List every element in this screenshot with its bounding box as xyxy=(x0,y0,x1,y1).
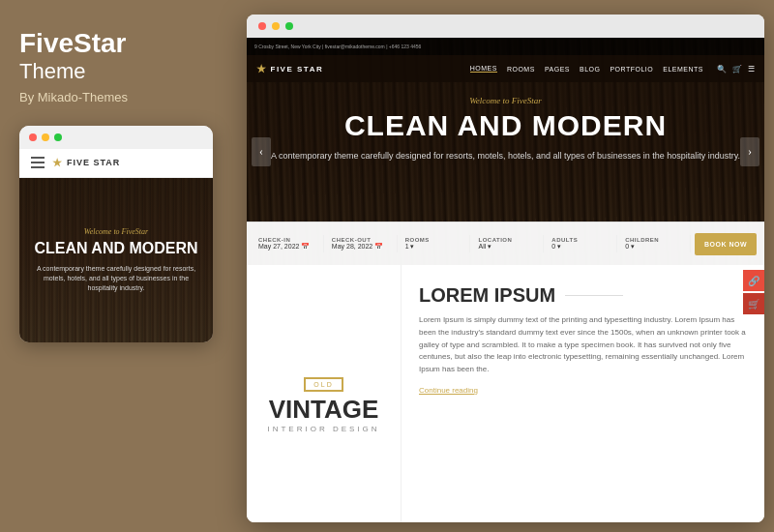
vintage-title: VINTAGE xyxy=(269,397,379,422)
browser-dot-green xyxy=(285,22,293,30)
left-panel: FiveStar Theme By Mikado-Themes ★ FIVE S… xyxy=(0,0,237,532)
booking-location: LOCATION All ▾ xyxy=(474,235,544,252)
nav-item-portfolio[interactable]: PORTFOLIO xyxy=(610,66,653,73)
mobile-nav: ★ FIVE STAR xyxy=(19,149,213,178)
mobile-browser-bar xyxy=(19,126,213,149)
checkout-value: May 28, 2022 📅 xyxy=(332,243,393,251)
vintage-badge: OLD xyxy=(304,377,342,392)
side-icons: 🔗 🛒 xyxy=(743,270,764,314)
brand-name: FiveStar xyxy=(19,29,127,59)
mobile-preview: ★ FIVE STAR Welcome to FiveStar CLEAN AN… xyxy=(19,126,213,342)
hamburger-icon[interactable] xyxy=(31,157,45,168)
brand-author: By Mikado-Themes xyxy=(19,90,128,104)
dot-yellow xyxy=(42,133,49,141)
desktop-browser-bar xyxy=(247,15,764,38)
checkin-value: May 27, 2022 📅 xyxy=(258,243,319,251)
desktop-main-nav: ★ FIVE STAR HOMES ROOMS PAGES BLOG PORTF… xyxy=(247,55,764,82)
desktop-preview: 9 Crosby Street, New York City | fivesta… xyxy=(247,15,764,522)
side-share-icon[interactable]: 🔗 xyxy=(743,270,764,291)
desktop-welcome-text: Welcome to FiveStar xyxy=(266,96,745,105)
location-value: All ▾ xyxy=(478,243,539,251)
mobile-description: A contemporary theme carefully designed … xyxy=(29,264,203,292)
booking-rooms: ROOMS 1 ▾ xyxy=(402,235,471,252)
side-cart-icon[interactable]: 🛒 xyxy=(743,293,764,314)
mobile-welcome-text: Welcome to FiveStar xyxy=(84,227,148,236)
desktop-star-icon: ★ xyxy=(256,63,268,75)
booking-adults: ADULTS 0 ▾ xyxy=(548,235,617,252)
dot-green xyxy=(54,133,62,141)
browser-dot-yellow xyxy=(272,22,280,30)
desktop-logo: ★ FIVE STAR xyxy=(256,63,466,75)
content-section: LOREM IPSUM Lorem Ipsum is simply dummy … xyxy=(402,265,764,522)
nav-item-rooms[interactable]: ROOMS xyxy=(507,66,535,73)
search-icon[interactable]: 🔍 xyxy=(717,65,727,74)
desktop-hero-section: 9 Crosby Street, New York City | fivesta… xyxy=(247,38,764,265)
mobile-hero: Welcome to FiveStar CLEAN AND MODERN A c… xyxy=(19,178,213,342)
nav-item-pages[interactable]: PAGES xyxy=(545,66,570,73)
booking-checkout: CHECK-OUT May 28, 2022 📅 xyxy=(328,235,398,252)
nav-item-blog[interactable]: BLOG xyxy=(580,66,600,73)
booking-bar: CHECK-IN May 27, 2022 📅 CHECK-OUT May 28… xyxy=(247,222,764,265)
booking-checkin: CHECK-IN May 27, 2022 📅 xyxy=(254,235,324,252)
dot-red xyxy=(29,133,37,141)
desktop-bottom-section: OLD VINTAGE INTERIOR DESIGN LOREM IPSUM … xyxy=(247,265,764,522)
desktop-top-nav: 9 Crosby Street, New York City | fivesta… xyxy=(247,38,764,55)
desktop-subtext: A contemporary theme carefully designed … xyxy=(266,150,745,163)
menu-icon[interactable]: ☰ xyxy=(748,65,755,74)
cart-icon[interactable]: 🛒 xyxy=(732,65,742,74)
top-bar-text: 9 Crosby Street, New York City | fivesta… xyxy=(254,44,421,49)
nav-item-elements[interactable]: ELEMENTS xyxy=(663,66,703,73)
desktop-hero-content: Welcome to FiveStar CLEAN AND MODERN A c… xyxy=(247,96,764,163)
booking-children: CHILDREN 0 ▾ xyxy=(621,235,691,252)
rooms-value: 1 ▾ xyxy=(405,243,466,251)
carousel-arrow-left[interactable]: ‹ xyxy=(252,137,271,166)
browser-dot-red xyxy=(258,22,266,30)
content-title: LOREM IPSUM xyxy=(419,284,747,307)
vintage-section: OLD VINTAGE INTERIOR DESIGN xyxy=(247,265,402,522)
continue-reading-link[interactable]: Continue reading xyxy=(419,386,747,395)
content-text: Lorem Ipsum is simply dummy text of the … xyxy=(419,314,747,376)
carousel-arrow-right[interactable]: › xyxy=(740,137,759,166)
nav-items: HOMES ROOMS PAGES BLOG PORTFOLIO ELEMENT… xyxy=(470,65,703,73)
mobile-logo: ★ FIVE STAR xyxy=(52,157,120,169)
brand-subtitle: Theme xyxy=(19,59,85,84)
mobile-logo-text: FIVE STAR xyxy=(67,158,120,167)
vintage-subtitle: INTERIOR DESIGN xyxy=(267,425,379,433)
title-line xyxy=(565,295,623,296)
nav-item-homes[interactable]: HOMES xyxy=(470,65,497,73)
desktop-logo-text: FIVE STAR xyxy=(271,65,324,74)
desktop-headline: CLEAN AND MODERN xyxy=(266,111,745,140)
children-value: 0 ▾ xyxy=(625,243,686,251)
nav-icons: 🔍 🛒 ☰ xyxy=(717,65,755,74)
book-now-button[interactable]: BOOK NOW xyxy=(695,233,757,255)
mobile-hero-content: Welcome to FiveStar CLEAN AND MODERN A c… xyxy=(19,178,213,342)
star-icon: ★ xyxy=(52,157,63,169)
adults-value: 0 ▾ xyxy=(551,243,612,251)
mobile-headline: CLEAN AND MODERN xyxy=(34,240,197,257)
